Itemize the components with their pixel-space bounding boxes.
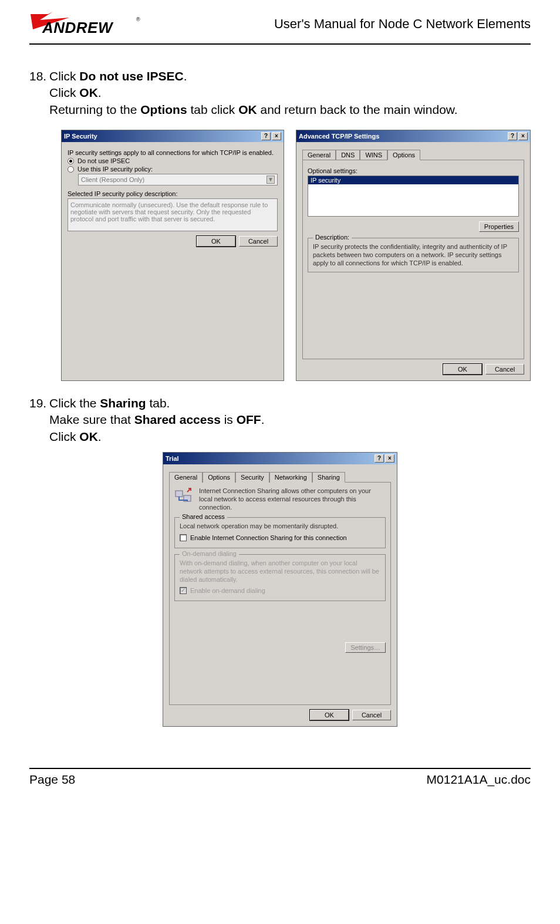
svg-rect-0 (176, 491, 183, 497)
titlebar[interactable]: IP Security ? × (62, 130, 284, 142)
policy-dropdown[interactable]: Client (Respond Only) ▼ (78, 174, 278, 186)
step-19: 19.Click the Sharing tab. Make sure that… (29, 395, 531, 445)
list-item-ip-security[interactable]: IP security (308, 176, 518, 184)
close-icon[interactable]: × (385, 454, 394, 463)
titlebar[interactable]: Advanced TCP/IP Settings ? × (296, 130, 530, 142)
figure-row-2: Trial ? × General Options Security Netwo… (29, 452, 531, 727)
figure-row-1: IP Security ? × IP security settings app… (29, 130, 531, 381)
enable-sharing-checkbox[interactable] (180, 534, 187, 541)
manual-title: User's Manual for Node C Network Element… (274, 12, 531, 32)
logo-text: ANDREW (42, 19, 113, 37)
close-icon[interactable]: × (518, 132, 528, 140)
on-demand-group-title: On-demand dialing (180, 550, 239, 557)
close-icon[interactable]: × (272, 132, 281, 140)
titlebar[interactable]: Trial ? × (163, 453, 397, 464)
optional-settings-list[interactable]: IP security (308, 176, 519, 217)
policy-desc-label: Selected IP security policy description: (68, 190, 278, 197)
tab-options[interactable]: Options (203, 472, 235, 483)
tab-sharing[interactable]: Sharing (312, 472, 345, 483)
radio-no-ipsec[interactable] (68, 158, 74, 164)
enable-on-demand-checkbox: ✓ (180, 587, 187, 594)
chevron-down-icon: ▼ (266, 176, 275, 184)
advanced-tcpip-dialog: Advanced TCP/IP Settings ? × General DNS… (296, 130, 531, 381)
intro-text: IP security settings apply to all connec… (68, 149, 278, 156)
sharing-info-text: Internet Connection Sharing allows other… (199, 487, 386, 511)
cancel-button[interactable]: Cancel (239, 236, 278, 247)
radio-use-policy-label: Use this IP security policy: (77, 166, 153, 173)
tab-dns[interactable]: DNS (336, 150, 360, 160)
properties-button[interactable]: Properties (479, 221, 519, 232)
help-icon[interactable]: ? (261, 132, 271, 140)
ok-button[interactable]: OK (197, 236, 235, 247)
description-group-title: Description: (313, 234, 352, 241)
tab-security[interactable]: Security (235, 472, 269, 483)
tab-networking[interactable]: Networking (269, 472, 312, 483)
ok-button[interactable]: OK (310, 710, 349, 720)
policy-desc-text: Communicate normally (unsecured). Use th… (68, 198, 278, 231)
tabstrip: General DNS WINS Options (302, 149, 524, 160)
page-header: ANDREW ® User's Manual for Node C Networ… (29, 12, 531, 45)
cancel-button[interactable]: Cancel (485, 364, 524, 375)
policy-dropdown-value: Client (Respond Only) (81, 176, 144, 183)
dialog-title: Trial (166, 455, 179, 462)
enable-sharing-label: Enable Internet Connection Sharing for t… (190, 534, 347, 541)
help-icon[interactable]: ? (375, 454, 384, 463)
step-number: 19. (29, 395, 49, 412)
enable-on-demand-label: Enable on-demand dialing (190, 587, 265, 594)
page-footer: Page 58 M0121A1A_uc.doc (29, 768, 531, 787)
step-number: 18. (29, 68, 49, 85)
cancel-button[interactable]: Cancel (352, 710, 391, 720)
registered-mark: ® (136, 16, 140, 22)
shared-access-note: Local network operation may be momentari… (180, 522, 380, 531)
settings-button: Settings… (345, 642, 386, 653)
shared-access-group-title: Shared access (180, 513, 227, 520)
tab-general[interactable]: General (302, 150, 336, 160)
tab-wins[interactable]: WINS (360, 150, 387, 160)
radio-use-policy[interactable] (68, 166, 74, 173)
checkmark-icon: ✓ (181, 587, 185, 593)
document-page: ANDREW ® User's Manual for Node C Networ… (0, 0, 560, 798)
logo: ANDREW ® (29, 12, 153, 41)
trial-dialog: Trial ? × General Options Security Netwo… (163, 452, 397, 727)
tab-options[interactable]: Options (387, 150, 420, 160)
optional-settings-label: Optional settings: (308, 167, 519, 174)
radio-no-ipsec-label: Do not use IPSEC (77, 157, 130, 164)
help-icon[interactable]: ? (508, 132, 517, 140)
step-18: 18.Click Do not use IPSEC. Click OK. Ret… (29, 68, 531, 118)
network-sharing-icon (174, 487, 193, 506)
description-text: IP security protects the confidentiality… (313, 243, 514, 267)
tabstrip: General Options Security Networking Shar… (169, 471, 391, 482)
page-number: Page 58 (29, 773, 75, 787)
tab-general[interactable]: General (169, 472, 203, 483)
dialog-title: Advanced TCP/IP Settings (299, 133, 379, 140)
doc-filename: M0121A1A_uc.doc (427, 773, 531, 787)
dialog-title: IP Security (64, 133, 97, 140)
ip-security-dialog: IP Security ? × IP security settings app… (61, 130, 284, 381)
on-demand-text: With on-demand dialing, when another com… (180, 559, 380, 584)
ok-button[interactable]: OK (443, 364, 482, 375)
